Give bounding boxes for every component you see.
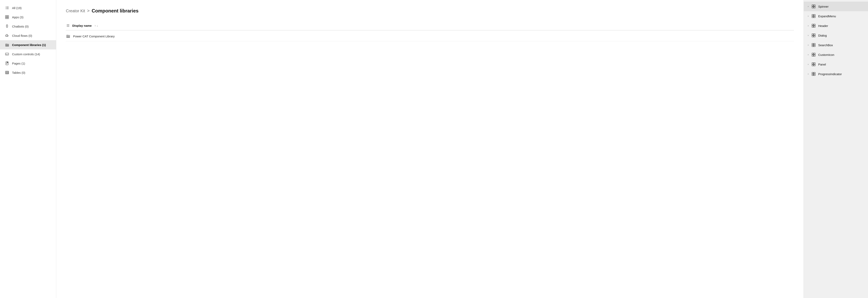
svg-rect-54 — [814, 26, 815, 27]
sidebar-item-custom-controls[interactable]: Abc Custom controls (14) — [0, 50, 56, 59]
svg-rect-47 — [812, 14, 813, 16]
svg-rect-61 — [812, 45, 813, 47]
cloud-flow-icon — [5, 33, 9, 38]
sidebar-item-all-label: All (19) — [12, 6, 51, 10]
svg-rect-43 — [812, 5, 813, 6]
sidebar-item-pages[interactable]: Pages (1) — [0, 59, 56, 68]
sidebar-item-component-libraries-label: Component libraries (1) — [12, 43, 51, 47]
dialog-component-icon — [811, 33, 816, 37]
chevron-right-icon: › — [808, 43, 809, 47]
svg-rect-73 — [812, 74, 813, 76]
chevron-right-icon: › — [808, 53, 809, 56]
svg-rect-52 — [814, 24, 815, 26]
searchbox-label: SearchBox — [818, 43, 833, 47]
main-content: Creator Kit > Component libraries Displa… — [56, 0, 804, 298]
app-layout: All (19) Apps (3) — [0, 0, 868, 298]
svg-rect-64 — [814, 53, 815, 55]
panel-component-icon — [811, 62, 816, 66]
svg-rect-56 — [814, 34, 815, 35]
display-name-column-header[interactable]: Display name — [72, 24, 92, 27]
right-item-dialog[interactable]: › Dialog — [804, 31, 868, 40]
progressindicator-component-icon — [811, 72, 816, 76]
component-library-row-icon — [66, 34, 70, 38]
svg-rect-25 — [5, 71, 9, 74]
chevron-right-icon: › — [808, 24, 809, 27]
pages-icon — [5, 61, 9, 65]
sidebar-item-component-libraries[interactable]: Component libraries (1) — [0, 40, 56, 50]
breadcrumb-current: Component libraries — [92, 8, 138, 14]
svg-rect-50 — [814, 16, 815, 18]
chevron-right-icon: › — [808, 34, 809, 37]
svg-rect-45 — [812, 7, 813, 8]
svg-text:Abc: Abc — [6, 54, 8, 55]
svg-rect-66 — [814, 55, 815, 56]
svg-rect-44 — [814, 5, 815, 6]
sidebar-item-chatbots[interactable]: Chatbots (0) — [0, 22, 56, 31]
sort-descending-icon[interactable]: ↓ — [97, 24, 98, 27]
right-item-panel[interactable]: › Panel — [804, 59, 868, 69]
chevron-right-icon: › — [808, 72, 809, 76]
svg-rect-6 — [5, 16, 7, 17]
right-item-spinner[interactable]: › Spinner — [804, 2, 868, 11]
svg-point-13 — [6, 25, 7, 25]
sidebar-item-tables[interactable]: Tables (0) — [0, 68, 56, 77]
chevron-right-icon: › — [808, 63, 809, 66]
list-icon — [5, 6, 9, 10]
apps-icon — [5, 15, 9, 19]
svg-point-10 — [6, 25, 8, 27]
chevron-right-icon: › — [808, 15, 809, 18]
right-item-progressindicator[interactable]: › ProgressIndicator — [804, 69, 868, 79]
list-header-icon — [66, 23, 70, 28]
right-item-customicon[interactable]: › CustomIcon — [804, 50, 868, 59]
breadcrumb-parent[interactable]: Creator Kit — [66, 9, 85, 13]
sidebar-item-cloud-flows-label: Cloud flows (0) — [12, 34, 51, 37]
right-item-header[interactable]: › Header — [804, 21, 868, 31]
svg-point-14 — [7, 25, 8, 25]
sidebar-item-apps-label: Apps (3) — [12, 16, 51, 19]
spinner-component-icon — [811, 4, 816, 9]
svg-rect-62 — [814, 45, 815, 47]
breadcrumb-separator: > — [87, 8, 90, 13]
svg-rect-59 — [812, 43, 813, 45]
sidebar-item-all[interactable]: All (19) — [0, 3, 56, 12]
svg-rect-74 — [814, 74, 815, 76]
header-label: Header — [818, 24, 828, 28]
customicon-component-icon — [811, 53, 816, 57]
breadcrumb: Creator Kit > Component libraries — [66, 8, 794, 14]
svg-rect-71 — [812, 72, 813, 74]
svg-rect-65 — [812, 55, 813, 56]
svg-rect-58 — [814, 36, 815, 37]
svg-rect-7 — [7, 16, 9, 17]
right-item-searchbox[interactable]: › SearchBox — [804, 40, 868, 50]
tables-icon — [5, 70, 9, 75]
chevron-right-icon: › — [808, 5, 809, 8]
svg-rect-68 — [814, 63, 815, 64]
sidebar-item-apps[interactable]: Apps (3) — [0, 12, 56, 22]
customicon-label: CustomIcon — [818, 53, 834, 57]
sort-controls: ↑ ↓ — [95, 24, 98, 27]
right-item-expandmenu[interactable]: › ExpandMenu — [804, 11, 868, 21]
progressindicator-label: ProgressIndicator — [818, 72, 842, 76]
sidebar-item-custom-controls-label: Custom controls (14) — [12, 53, 51, 56]
expandmenu-component-icon — [811, 14, 816, 18]
svg-rect-72 — [814, 72, 815, 74]
dialog-label: Dialog — [818, 34, 827, 37]
expandmenu-label: ExpandMenu — [818, 14, 836, 18]
spinner-label: Spinner — [818, 5, 829, 8]
searchbox-component-icon — [811, 43, 816, 47]
svg-rect-9 — [7, 17, 9, 19]
svg-rect-53 — [812, 26, 813, 27]
svg-rect-55 — [812, 34, 813, 35]
component-libraries-icon — [5, 42, 9, 47]
sidebar-item-cloud-flows[interactable]: Cloud flows (0) — [0, 31, 56, 40]
svg-rect-57 — [812, 36, 813, 37]
list-header: Display name ↑ ↓ — [66, 21, 794, 30]
list-item[interactable]: Power CAT Component Library — [66, 31, 794, 41]
custom-controls-icon: Abc — [5, 52, 9, 56]
svg-rect-69 — [812, 64, 813, 66]
svg-rect-51 — [812, 24, 813, 26]
svg-rect-49 — [812, 16, 813, 18]
header-component-icon — [811, 24, 816, 28]
sort-ascending-icon[interactable]: ↑ — [95, 24, 96, 27]
panel-label: Panel — [818, 63, 826, 66]
